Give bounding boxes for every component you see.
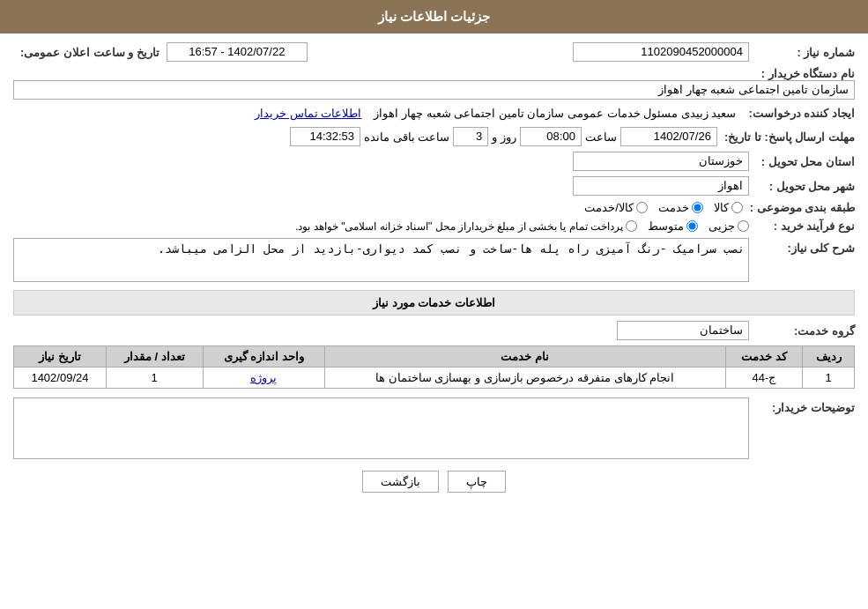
value-shomareNiaz: 1102090452000004 [573,42,749,62]
label-mohlat: مهلت ارسال پاسخ: تا تاریخ: [717,130,855,144]
row-tosif: توضیحات خریدار: [13,397,855,462]
radio-khedmat-input[interactable] [692,202,703,213]
label-shomareNiaz: شماره نیاز : [749,46,855,59]
label-mohlat-saat: ساعت [582,130,620,144]
cell-vahed[interactable]: پروژه [203,368,324,389]
value-namDastgah: سازمان تامین اجتماعی شعبه چهار اهواز [13,80,855,100]
radio-jozi-input[interactable] [738,220,749,232]
radio-kala-khedmat-input[interactable] [636,202,648,213]
value-mohlat-baqi: 14:32:53 [290,127,360,146]
label-grohe: گروه خدمت: [749,324,855,338]
page-header: جزئیات اطلاعات نیاز [0,0,868,33]
cell-tedad: 1 [106,368,203,389]
radio-asnad-label: پرداخت تمام یا بخشی از مبلغ خریداراز محل… [295,220,623,233]
row-ostan: استان محل تحویل : خوزستان [13,152,855,171]
cell-kod: ج-44 [725,368,803,389]
value-grohe: ساختمان [617,321,749,340]
row-namDastgah: نام دستگاه خریدار : سازمان تامین اجتماعی… [13,67,855,100]
row-grohe: گروه خدمت: ساختمان [13,321,855,340]
row-shahr: شهر محل تحویل : اهواز [13,176,855,196]
row-shomareNiaz: شماره نیاز : 1102090452000004 1402/07/22… [13,42,855,62]
radio-kala-label: کالا [714,201,729,214]
table-row: 1 ج-44 انجام کارهای متفرقه درخصوص بازساز… [14,368,855,389]
main-content: شماره نیاز : 1102090452000004 1402/07/22… [0,33,868,510]
label-sharh: شرح کلی نیاز: [749,238,855,255]
radio-jozi: جزیی [708,219,749,233]
page-wrapper: جزئیات اطلاعات نیاز شماره نیاز : 1102090… [0,0,868,609]
tabaqe-radio-group: کالا خدمت کالا/خدمت [584,201,743,214]
label-mohlat-roz: روز و [488,130,520,144]
cell-radif: 1 [803,368,855,389]
page-title: جزئیات اطلاعات نیاز [378,9,490,24]
value-ostan: خوزستان [573,152,749,171]
radio-kala-khedmat-label: کالا/خدمت [584,201,634,214]
value-tarikh-elan: 1402/07/22 - 16:57 [167,42,308,62]
services-table: ردیف کد خدمت نام خدمت واحد اندازه گیری ت… [13,345,855,389]
radio-khedmat: خدمت [658,201,703,214]
back-button[interactable]: بازگشت [362,471,439,493]
label-tabaqe: طبقه بندی موضوعی : [743,201,855,214]
label-noe: نوع فرآیند خرید : [749,219,855,233]
col-kod: کد خدمت [725,346,803,368]
button-row: چاپ بازگشت [13,471,855,501]
label-ostan: استان محل تحویل : [749,155,855,168]
radio-khedmat-label: خدمت [658,201,689,214]
row-sharh: شرح کلی نیاز: [13,238,855,285]
row-mohlat: مهلت ارسال پاسخ: تا تاریخ: 1402/07/26 سا… [13,127,855,146]
value-mohlat-saat: 08:00 [520,127,582,146]
col-tarikh: تاریخ نیاز [14,346,107,368]
row-tabaqe: طبقه بندی موضوعی : کالا خدمت کالا/خدمت [13,201,855,214]
radio-jozi-label: جزیی [708,219,735,233]
label-tarikh-elan: تاریخ و ساعت اعلان عمومی: [13,46,167,59]
cell-tarikh: 1402/09/24 [14,368,107,389]
label-ijadKonande: ایجاد کننده درخواست: [741,107,855,120]
label-namDastgah: نام دستگاه خریدار : [749,67,855,80]
radio-motavasset-input[interactable] [686,220,698,232]
radio-motavasset: متوسط [648,219,698,233]
table-wrapper: ردیف کد خدمت نام خدمت واحد اندازه گیری ت… [13,345,855,389]
row-ijadKonande: ایجاد کننده درخواست: سعید زبیدی مسئول خد… [13,105,855,122]
col-vahed: واحد اندازه گیری [203,346,324,368]
radio-asnad-input[interactable] [626,220,637,232]
tosif-container [13,397,749,462]
row-noe: نوع فرآیند خرید : جزیی متوسط پرداخت تمام… [13,219,855,233]
link-etelaat[interactable]: اطلاعات تماس خریدار [255,107,361,120]
radio-asnad: پرداخت تمام یا بخشی از مبلغ خریداراز محل… [295,220,637,233]
cell-name: انجام کارهای متفرقه درخصوص بازسازی و بهس… [324,368,725,389]
label-shahr: شهر محل تحویل : [749,180,855,193]
value-mohlat-date: 1402/07/26 [620,127,717,146]
radio-motavasset-label: متوسط [648,219,684,233]
radio-kala-input[interactable] [731,202,743,213]
col-name: نام خدمت [324,346,725,368]
noe-radio-group: جزیی متوسط پرداخت تمام یا بخشی از مبلغ خ… [295,219,749,233]
col-radif: ردیف [803,346,855,368]
section-title-khadamat: اطلاعات خدمات مورد نیاز [13,290,855,316]
label-tosif: توضیحات خریدار: [749,397,855,414]
radio-kala-khedmat: کالا/خدمت [584,201,648,214]
col-tedad: تعداد / مقدار [106,346,203,368]
tosif-textarea[interactable] [13,397,749,459]
radio-kala: کالا [714,201,743,214]
value-shahr: اهواز [573,176,749,196]
sharh-container [13,238,749,285]
label-mohlat-baqi: ساعت باقی مانده [360,130,453,144]
value-mohlat-roz: 3 [453,127,488,146]
print-button[interactable]: چاپ [448,471,506,493]
value-ijadKonande: سعید زبیدی مسئول خدمات عمومی سازمان تامی… [368,105,741,122]
sharh-textarea[interactable] [13,238,749,282]
